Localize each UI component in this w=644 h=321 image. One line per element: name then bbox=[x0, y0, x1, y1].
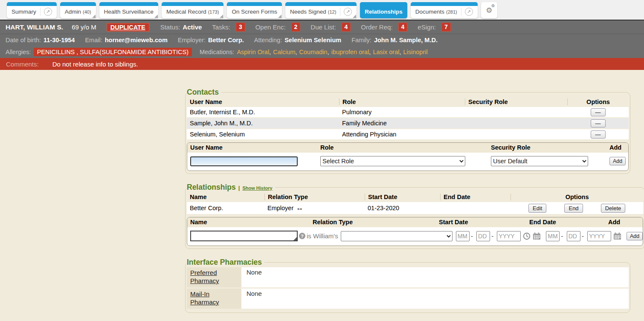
contact-role: Pulmonary bbox=[339, 109, 465, 116]
medication[interactable]: ibuprofen oral bbox=[331, 49, 369, 55]
relation-type-select[interactable] bbox=[341, 231, 453, 241]
order-req-group: Order Req: 4 bbox=[361, 23, 407, 32]
contact-role-select[interactable]: Select Role bbox=[320, 156, 465, 166]
add-relationship-input-row: ? is William's - - - - bbox=[187, 227, 643, 246]
tab-label: Health Surveillance bbox=[104, 9, 154, 15]
tab-medical-record[interactable]: Medical Record (173) bbox=[162, 2, 223, 18]
order-req-badge[interactable]: 4 bbox=[398, 23, 408, 32]
allergies-value[interactable]: PENICILLINS , SULFA(SULFONAMIDE ANTIBIOT… bbox=[34, 48, 192, 56]
patient-banner-row2: Date of birth: 11-30-1954 Email: horner@… bbox=[0, 34, 644, 46]
contact-security-role-select[interactable]: User Default bbox=[491, 156, 588, 166]
settings-button[interactable]: ⚙ ⚙ bbox=[481, 2, 497, 18]
contact-user-name: Selenium, Selenium bbox=[187, 131, 339, 138]
medication[interactable]: Lisinopril bbox=[403, 49, 427, 55]
end-year-input[interactable] bbox=[587, 231, 611, 241]
contact-user-name: Sample, John M., M.D. bbox=[187, 120, 339, 127]
pharmacies-table: Preferred Pharmacy None Mail-In Pharmacy… bbox=[187, 267, 629, 310]
comments-bar: Comments: Do not release info to sibling… bbox=[0, 58, 644, 70]
dob-value: 11-30-1954 bbox=[44, 37, 75, 43]
contacts-header-row: User Name Role Security Role Options bbox=[187, 97, 629, 107]
edit-relationship-button[interactable]: Edit bbox=[528, 204, 546, 213]
due-list-group: Due List: 4 bbox=[310, 23, 351, 32]
medication[interactable]: Calcium bbox=[273, 49, 295, 55]
pharmacies-title: Interface Pharmacies bbox=[187, 258, 262, 267]
due-list-badge[interactable]: 4 bbox=[342, 23, 351, 32]
attending-value: Selenium Selenium bbox=[284, 37, 341, 43]
start-year-input[interactable] bbox=[497, 231, 521, 241]
tab-bar: Summary ↗ Admin (40) Health Surveillance… bbox=[0, 0, 644, 20]
end-day-input[interactable] bbox=[567, 231, 580, 241]
popout-icon[interactable]: ↗ bbox=[461, 8, 473, 16]
preferred-pharmacy-value: None bbox=[241, 267, 629, 287]
gear-small-icon: ⚙ bbox=[491, 3, 495, 8]
email-group: Email: horner@mieweb.com bbox=[85, 37, 167, 43]
duplicate-flag[interactable]: DUPLICATE bbox=[107, 23, 149, 32]
patient-banner-row1: HART, WILLIAM S. 69 y/o M DUPLICATE Stat… bbox=[0, 20, 644, 34]
popout-icon[interactable]: ↗ bbox=[40, 8, 52, 16]
tab-on-screen-forms[interactable]: On Screen Forms bbox=[227, 2, 282, 18]
mail-in-pharmacy-value: None bbox=[241, 289, 629, 309]
tab-needs-signed[interactable]: Needs Signed (12) ↗ bbox=[285, 2, 357, 18]
add-contact-button[interactable]: Add bbox=[609, 157, 626, 165]
tab-label: Documents bbox=[415, 9, 444, 15]
remove-contact-button[interactable]: — bbox=[591, 108, 606, 116]
tab-summary[interactable]: Summary ↗ bbox=[7, 2, 57, 18]
employer-value: Better Corp. bbox=[208, 37, 244, 43]
popout-icon[interactable]: ↗ bbox=[340, 8, 352, 16]
medication[interactable]: Coumadin bbox=[299, 49, 328, 55]
table-row: Selenium, Selenium Attending Physician — bbox=[187, 129, 629, 140]
tab-documents[interactable]: Documents (281) ↗ bbox=[411, 2, 478, 18]
relationship-name-input[interactable] bbox=[190, 231, 298, 241]
tab-count: (173) bbox=[208, 9, 219, 14]
delete-relationship-button[interactable]: Delete bbox=[601, 204, 626, 213]
open-enc-group: Open Enc: 2 bbox=[255, 23, 301, 32]
tasks-group: Tasks: 3 bbox=[212, 23, 245, 32]
tab-relationships[interactable]: Relationships bbox=[360, 2, 407, 18]
remove-contact-button[interactable]: — bbox=[591, 130, 606, 139]
contact-role: Attending Physician bbox=[339, 131, 465, 138]
pharmacies-section: Interface Pharmacies Preferred Pharmacy … bbox=[185, 258, 630, 313]
tab-count: (40) bbox=[83, 9, 91, 14]
relationships-header-row: Name Relation Type Start Date End Date O… bbox=[187, 192, 643, 202]
calendar-icon[interactable] bbox=[533, 232, 541, 240]
tab-label: Medical Record bbox=[166, 9, 206, 15]
add-relationship-panel: Name Relation Type Start Date End Date A… bbox=[187, 217, 643, 246]
relationship-name: Better Corp. bbox=[187, 205, 264, 211]
tab-health-surveillance[interactable]: Health Surveillance bbox=[99, 2, 158, 18]
tasks-badge[interactable]: 3 bbox=[236, 23, 245, 32]
mail-in-pharmacy-link[interactable]: Mail-In Pharmacy bbox=[190, 290, 219, 306]
add-contact-panel: User Name Role Security Role Add Select … bbox=[187, 142, 629, 171]
add-relationship-button[interactable]: Add bbox=[627, 232, 643, 240]
esign-group: eSign: 7 bbox=[418, 23, 450, 32]
bidirectional-arrow-icon: ↔ bbox=[296, 204, 303, 212]
remove-contact-button[interactable]: — bbox=[591, 119, 606, 127]
possessive-hint: is William's bbox=[307, 232, 338, 240]
tab-label: Admin bbox=[65, 9, 81, 15]
start-day-input[interactable] bbox=[476, 231, 490, 241]
end-relationship-button[interactable]: End bbox=[564, 204, 583, 213]
add-relationship-header-row: Name Relation Type Start Date End Date A… bbox=[187, 217, 643, 227]
show-history-link[interactable]: Show History bbox=[242, 185, 272, 191]
contact-user-name-input[interactable] bbox=[190, 156, 298, 166]
start-month-input[interactable] bbox=[456, 231, 470, 241]
clock-icon[interactable] bbox=[523, 232, 531, 240]
calendar-icon[interactable] bbox=[613, 232, 621, 240]
patient-banner-row3: Allergies: PENICILLINS , SULFA(SULFONAMI… bbox=[0, 46, 644, 58]
end-month-input[interactable] bbox=[546, 231, 560, 241]
esign-badge[interactable]: 7 bbox=[441, 23, 451, 32]
tab-admin[interactable]: Admin (40) bbox=[60, 2, 96, 18]
table-row: Butler, Internist E., M.D. Pulmonary — bbox=[187, 107, 629, 118]
status-value: Active bbox=[183, 23, 202, 31]
table-row: Mail-In Pharmacy None bbox=[187, 289, 629, 310]
open-enc-badge[interactable]: 2 bbox=[291, 23, 301, 32]
medication[interactable]: Aspirin Oral bbox=[237, 49, 269, 55]
email-value: horner@mieweb.com bbox=[105, 37, 168, 43]
contact-role: Family Medicine bbox=[339, 120, 465, 127]
tab-label: On Screen Forms bbox=[232, 9, 277, 15]
preferred-pharmacy-link[interactable]: Preferred Pharmacy bbox=[190, 269, 219, 284]
help-icon[interactable]: ? bbox=[299, 233, 305, 239]
tab-count: (281) bbox=[446, 9, 457, 14]
table-row: Preferred Pharmacy None bbox=[187, 267, 629, 289]
relationship-type: Employer↔ bbox=[264, 204, 365, 212]
medication[interactable]: Lasix oral bbox=[373, 49, 399, 55]
